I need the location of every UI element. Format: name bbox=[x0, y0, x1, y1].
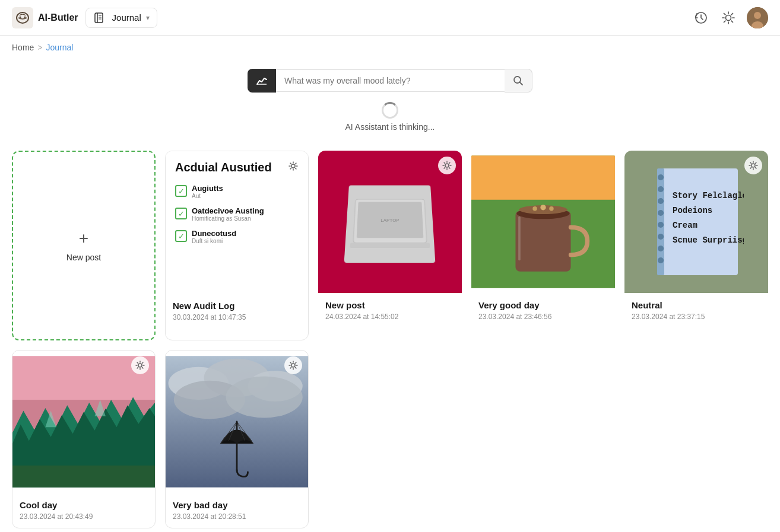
ai-thinking-text: AI Assistant is thinking... bbox=[345, 122, 435, 132]
svg-line-18 bbox=[724, 21, 725, 22]
user-avatar[interactable] bbox=[747, 7, 768, 28]
audit-item-1-sub: Aut bbox=[192, 193, 223, 199]
theme-button[interactable] bbox=[719, 9, 737, 27]
laptop-shape: LAPTOP bbox=[344, 186, 436, 263]
gear-icon bbox=[288, 161, 298, 171]
breadcrumb-home[interactable]: Home bbox=[12, 43, 34, 52]
app-header: AI-Butler Journal ▾ bbox=[0, 0, 780, 36]
new-post-card[interactable]: + New post bbox=[12, 151, 156, 340]
svg-point-20 bbox=[754, 12, 761, 19]
avatar-image bbox=[747, 7, 768, 28]
bad-day-title: Very bad day bbox=[173, 500, 301, 510]
posts-grid-row1: + New post Acduial Ausutied ✓ Augiutts A… bbox=[0, 141, 780, 350]
svg-text:Cream: Cream bbox=[673, 221, 697, 230]
notebook-card-title: Neutral bbox=[632, 300, 761, 310]
svg-point-71 bbox=[226, 376, 303, 418]
audit-card-display-title: Acduial Ausutied bbox=[175, 161, 299, 174]
gear-icon-4 bbox=[749, 161, 758, 170]
chart-icon bbox=[256, 75, 268, 87]
svg-point-51 bbox=[658, 246, 664, 251]
laptop-card-image: LAPTOP bbox=[318, 151, 462, 293]
svg-point-49 bbox=[658, 222, 664, 228]
new-post-laptop-card[interactable]: LAPTOP New post 24.03.2024 at 14:55:02 bbox=[318, 151, 462, 340]
checkmark-icon-3: ✓ bbox=[178, 232, 185, 241]
cool-day-body: Cool day 23.03.2024 at 20:43:49 bbox=[12, 493, 155, 528]
notebook-card-date: 23.03.2024 at 23:37:15 bbox=[632, 313, 761, 321]
logo-icon bbox=[12, 7, 33, 28]
very-good-day-card[interactable]: Very good day 23.03.2024 at 23:46:56 bbox=[471, 151, 615, 340]
cool-day-title: Cool day bbox=[20, 500, 148, 510]
search-chart-button[interactable] bbox=[248, 69, 276, 93]
svg-text:LAPTOP: LAPTOP bbox=[381, 218, 399, 223]
sun-icon bbox=[722, 11, 735, 24]
svg-rect-34 bbox=[471, 155, 615, 199]
audit-card-title: New Audit Log bbox=[173, 301, 301, 311]
smoothie-card-image bbox=[471, 151, 615, 293]
checkmark-icon: ✓ bbox=[178, 187, 185, 196]
cool-day-card[interactable]: Cool day 23.03.2024 at 20:43:49 bbox=[12, 350, 156, 528]
app-logo[interactable]: AI-Butler bbox=[12, 7, 78, 28]
search-row bbox=[248, 69, 532, 93]
gear-icon-2 bbox=[442, 161, 452, 170]
laptop-card-settings[interactable] bbox=[438, 157, 456, 174]
breadcrumb-separator: > bbox=[37, 43, 42, 52]
svg-point-50 bbox=[658, 234, 664, 240]
ai-thinking-area: AI Assistant is thinking... bbox=[345, 97, 435, 136]
checkmark-icon-2: ✓ bbox=[178, 209, 185, 218]
cool-day-card-settings[interactable] bbox=[131, 356, 149, 374]
svg-line-17 bbox=[731, 13, 733, 14]
svg-point-3 bbox=[24, 16, 26, 18]
svg-point-45 bbox=[658, 174, 664, 180]
posts-grid-row2: Cool day 23.03.2024 at 20:43:49 bbox=[0, 350, 780, 532]
history-button[interactable] bbox=[692, 9, 710, 27]
notebook-card-body: Neutral 23.03.2024 at 23:37:15 bbox=[624, 293, 768, 328]
smoothie-card-body: Very good day 23.03.2024 at 23:46:56 bbox=[471, 293, 615, 328]
notebook-card-settings[interactable] bbox=[744, 157, 762, 174]
audit-log-card[interactable]: Acduial Ausutied ✓ Augiutts Aut ✓ Oatdec… bbox=[165, 151, 309, 340]
new-post-icon: + bbox=[79, 229, 88, 248]
svg-rect-4 bbox=[95, 13, 103, 23]
smoothie-card-date: 23.03.2024 at 23:46:56 bbox=[478, 313, 608, 321]
svg-rect-41 bbox=[518, 216, 521, 260]
nav-dropdown-label: Journal bbox=[112, 12, 141, 23]
svg-point-52 bbox=[658, 257, 664, 263]
svg-text:Podeions: Podeions bbox=[673, 206, 712, 215]
audit-checkbox-2: ✓ bbox=[175, 208, 187, 219]
loading-spinner bbox=[382, 102, 398, 119]
breadcrumb-current[interactable]: Journal bbox=[46, 43, 74, 52]
neutral-card[interactable]: Story Felclaglo Podeions Cream Scnue Sur… bbox=[624, 151, 768, 340]
svg-rect-0 bbox=[12, 7, 33, 28]
svg-point-47 bbox=[658, 198, 664, 204]
svg-point-26 bbox=[445, 164, 449, 167]
search-area: AI Assistant is thinking... bbox=[0, 59, 780, 141]
svg-rect-29 bbox=[350, 243, 430, 248]
bad-day-date: 23.03.2024 at 20:28:51 bbox=[173, 512, 301, 521]
notebook-svg: Story Felclaglo Podeions Cream Scnue Sur… bbox=[649, 163, 744, 281]
search-submit-button[interactable] bbox=[505, 69, 532, 93]
laptop-card-date: 24.03.2024 at 14:55:02 bbox=[325, 313, 455, 321]
svg-line-15 bbox=[724, 13, 725, 14]
svg-rect-64 bbox=[12, 466, 155, 488]
svg-point-48 bbox=[658, 210, 664, 216]
very-bad-day-card[interactable]: Very bad day 23.03.2024 at 20:28:51 bbox=[165, 350, 309, 528]
gear-icon-6 bbox=[288, 361, 298, 370]
bad-day-body: Very bad day 23.03.2024 at 20:28:51 bbox=[166, 493, 308, 528]
audit-item-2-sub: Homificating as Susan bbox=[192, 215, 264, 222]
svg-text:Scnue Surpriisg: Scnue Surpriisg bbox=[673, 235, 744, 245]
search-input[interactable] bbox=[276, 69, 505, 92]
svg-point-2 bbox=[20, 16, 21, 18]
audit-item-1: ✓ Augiutts Aut bbox=[175, 184, 299, 199]
laptop-card-title: New post bbox=[325, 300, 455, 310]
audit-item-3-sub: Duft si komi bbox=[192, 238, 236, 244]
nav-dropdown[interactable]: Journal ▾ bbox=[85, 8, 157, 28]
svg-line-16 bbox=[731, 21, 733, 22]
notebook-icon bbox=[93, 12, 105, 24]
laptop-svg: LAPTOP bbox=[350, 196, 430, 249]
audit-card-settings[interactable] bbox=[284, 157, 302, 175]
bad-day-card-settings[interactable] bbox=[284, 356, 302, 374]
new-post-label: New post bbox=[66, 253, 101, 262]
smoothie-svg bbox=[471, 151, 615, 293]
audit-item-1-text: Augiutts bbox=[192, 184, 223, 193]
audit-item-2-text: Oatdecivoe Austing bbox=[192, 206, 264, 215]
svg-point-25 bbox=[291, 164, 295, 168]
